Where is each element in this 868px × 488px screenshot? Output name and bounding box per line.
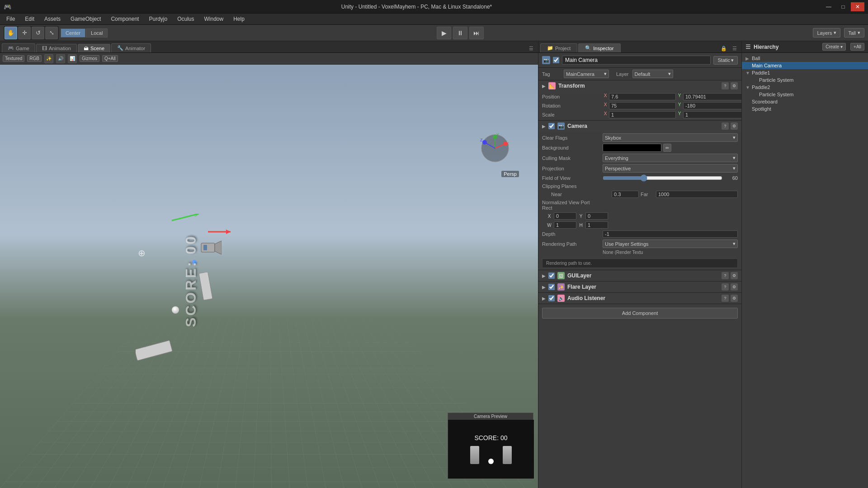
hierarchy-item-paddle2[interactable]: ▼ Paddle2	[742, 84, 868, 91]
flare-active-checkbox[interactable]	[548, 284, 555, 290]
camera-header[interactable]: ▶ 📷 Camera ? ⚙	[538, 121, 741, 131]
camera-settings-btn[interactable]: ⚙	[731, 122, 738, 130]
rotation-x[interactable]	[609, 102, 676, 109]
stats-btn[interactable]: 📊	[68, 54, 77, 63]
rotate-tool[interactable]: ↺	[32, 27, 44, 39]
more-options-icon[interactable]: ☰	[730, 45, 740, 52]
all-button[interactable]: +All	[850, 43, 864, 51]
qrall-select[interactable]: Q+All	[102, 55, 118, 62]
menu-item-component[interactable]: Component	[106, 15, 143, 23]
static-badge[interactable]: Static ▾	[713, 56, 738, 65]
audio-settings-btn[interactable]: ⚙	[731, 295, 738, 302]
pause-button[interactable]: ⏸	[453, 27, 467, 39]
menu-item-gameobject[interactable]: GameObject	[66, 15, 105, 23]
tab-scene[interactable]: 🏔 Scene	[78, 44, 110, 52]
shading-select[interactable]: Textured	[3, 55, 24, 62]
hierarchy-item-main-camera[interactable]: Main Camera	[742, 62, 868, 69]
clear-flags-dropdown[interactable]: Skybox ▾	[603, 133, 738, 142]
play-controls: ▶ ⏸ ⏭	[437, 27, 484, 39]
rotation-y[interactable]	[683, 102, 741, 109]
gizmos-select[interactable]: Gizmos	[80, 55, 99, 62]
create-button[interactable]: Create ▾	[822, 43, 846, 51]
audio-listener-header[interactable]: ▶ 🔊 Audio Listener ? ⚙	[538, 293, 741, 304]
layer-dropdown[interactable]: Default ▾	[632, 70, 673, 78]
flare-settings-btn[interactable]: ⚙	[731, 283, 738, 291]
hierarchy-item-particle-system-1[interactable]: Particle System	[742, 76, 868, 84]
layout-dropdown[interactable]: Tall ▾	[844, 28, 864, 38]
transform-help-btn[interactable]: ?	[722, 82, 729, 89]
object-color-icon: 📷	[542, 56, 550, 64]
lock-icon[interactable]: 🔒	[718, 45, 730, 52]
object-active-checkbox[interactable]	[553, 57, 559, 63]
depth-input[interactable]	[603, 230, 738, 238]
local-button[interactable]: Local	[86, 28, 108, 38]
fov-slider[interactable]	[603, 174, 722, 182]
tab-inspector[interactable]: 🔍 Inspector	[578, 43, 620, 52]
position-y[interactable]	[683, 93, 741, 100]
scale-y[interactable]	[683, 111, 741, 118]
menu-item-purdyjo[interactable]: Purdyjo	[144, 15, 172, 23]
tag-dropdown[interactable]: MainCamera ▾	[564, 70, 609, 78]
hierarchy-item-ball[interactable]: ▶ Ball	[742, 55, 868, 62]
step-button[interactable]: ⏭	[469, 27, 484, 39]
panel-collapse-btn[interactable]: ☰	[526, 45, 536, 52]
audio-btn[interactable]: 🔊	[56, 54, 65, 63]
vp-h[interactable]	[585, 221, 608, 229]
object-name-input[interactable]	[562, 56, 711, 65]
audio-active-checkbox[interactable]	[548, 295, 555, 301]
camera-active-checkbox[interactable]	[548, 123, 555, 129]
camera-help-btn[interactable]: ?	[722, 122, 729, 130]
layers-dropdown[interactable]: Layers ▾	[813, 28, 840, 38]
tab-animation[interactable]: 🎞 Animation	[36, 44, 77, 52]
menu-item-help[interactable]: Help	[229, 15, 249, 23]
guilayer-settings-btn[interactable]: ⚙	[731, 272, 738, 279]
menu-item-oculus[interactable]: Oculus	[173, 15, 198, 23]
effects-btn[interactable]: ✨	[44, 54, 53, 63]
flare-help-btn[interactable]: ?	[722, 283, 729, 291]
culling-mask-dropdown[interactable]: Everything ▾	[603, 154, 738, 162]
guilayer-help-btn[interactable]: ?	[722, 272, 729, 279]
rendering-path-label: Rendering Path	[542, 241, 601, 247]
position-x[interactable]	[609, 93, 676, 100]
menu-item-window[interactable]: Window	[200, 15, 228, 23]
scale-tool[interactable]: ⤡	[45, 27, 58, 39]
vp-y[interactable]	[585, 212, 608, 220]
tab-game[interactable]: 🎮 Game	[2, 43, 35, 52]
vp-w[interactable]	[554, 221, 576, 229]
vp-x[interactable]	[554, 212, 576, 220]
tab-animator[interactable]: 🔧 Animator	[111, 43, 151, 52]
hierarchy-item-spotlight[interactable]: Spotlight	[742, 105, 868, 113]
background-edit-btn[interactable]: ✏	[663, 144, 671, 152]
maximize-button[interactable]: □	[836, 2, 850, 11]
flare-layer-header[interactable]: ▶ ✨ Flare Layer ? ⚙	[538, 282, 741, 292]
center-button[interactable]: Center	[61, 28, 85, 38]
far-input[interactable]	[656, 191, 738, 198]
rendering-path-dropdown[interactable]: Use Player Settings ▾	[603, 239, 738, 248]
background-color-swatch[interactable]	[603, 144, 661, 152]
guilayer-active-checkbox[interactable]	[548, 272, 555, 279]
guilayer-header[interactable]: ▶ 🖼 GUILayer ? ⚙	[538, 270, 741, 281]
minimize-button[interactable]: —	[822, 2, 835, 11]
add-component-button[interactable]: Add Component	[542, 308, 738, 319]
scale-x[interactable]	[609, 111, 676, 118]
close-button[interactable]: ✕	[851, 2, 864, 11]
animation-tab-icon: 🎞	[42, 46, 47, 51]
hierarchy-item-paddle1[interactable]: ▼ Paddle1	[742, 69, 868, 76]
axis-gizmo[interactable]: Y X Z	[479, 132, 511, 164]
menu-item-assets[interactable]: Assets	[40, 15, 65, 23]
transform-header[interactable]: ▶ 📐 Transform ? ⚙	[538, 80, 741, 91]
projection-dropdown[interactable]: Perspective ▾	[603, 164, 738, 173]
color-select[interactable]: RGB	[27, 55, 42, 62]
hand-tool[interactable]: ✋	[5, 27, 17, 39]
menu-item-file[interactable]: File	[2, 15, 19, 23]
play-button[interactable]: ▶	[437, 27, 451, 39]
hierarchy-item-scoreboard[interactable]: Scoreboard	[742, 98, 868, 105]
hierarchy-item-particle-system-2[interactable]: Particle System	[742, 91, 868, 98]
audio-help-btn[interactable]: ?	[722, 295, 729, 302]
scene-view[interactable]: Y X Z Persp	[0, 65, 538, 488]
near-input[interactable]	[612, 191, 639, 198]
transform-settings-btn[interactable]: ⚙	[731, 82, 738, 89]
move-tool[interactable]: ✛	[18, 27, 31, 39]
menu-item-edit[interactable]: Edit	[20, 15, 39, 23]
tab-project[interactable]: 📁 Project	[540, 43, 577, 52]
